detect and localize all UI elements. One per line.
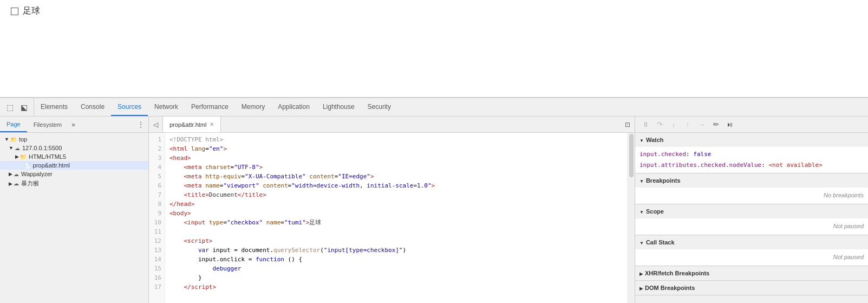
code-line: debugger — [169, 264, 623, 273]
file-panel-tab-page[interactable]: Page — [0, 117, 27, 132]
code-line: <title>Document</title> — [169, 190, 623, 199]
watch-key-checked: input.checked — [639, 151, 686, 158]
editor-actions[interactable]: ⊡ — [621, 117, 635, 132]
scope-section: Scope Not paused — [635, 204, 868, 235]
debug-panel: ⏸ ↷ ↓ ↑ → ✏ ⏯ Watch input.checked: false — [635, 117, 868, 303]
tree-item-monkey[interactable]: ▶ ☁ 暴力猴 — [0, 178, 148, 189]
breakpoints-chevron-icon — [639, 177, 644, 184]
tree-item-top[interactable]: ▼ 📁 top — [0, 135, 148, 144]
code-line: } — [169, 273, 623, 282]
editor-panel: ◁ prop&attr.html ✕ ⊡ 1234567891011121314… — [149, 117, 635, 303]
line-number: 15 — [149, 264, 161, 273]
line-number: 2 — [149, 144, 161, 153]
tab-network[interactable]: Network — [148, 98, 185, 116]
line-number: 8 — [149, 199, 161, 209]
call-stack-content: Not paused — [635, 249, 868, 266]
file-panel-menu-icon[interactable]: ⋮ — [133, 117, 148, 132]
line-number: 13 — [149, 246, 161, 255]
tab-performance[interactable]: Performance — [185, 98, 235, 116]
step-over-btn[interactable]: ↷ — [654, 119, 665, 131]
code-line: </head> — [169, 199, 623, 209]
line-number: 7 — [149, 190, 161, 199]
call-stack-status: Not paused — [639, 252, 864, 262]
tree-arrow-wappalyzer: ▶ — [9, 171, 12, 177]
line-number: 3 — [149, 153, 161, 163]
line-number: 9 — [149, 209, 161, 218]
scope-title: Scope — [646, 208, 664, 215]
editor-scrollbar[interactable] — [627, 133, 635, 303]
code-line: input.onclick = function () { — [169, 255, 623, 264]
line-number: 6 — [149, 181, 161, 190]
code-line: <body> — [169, 209, 623, 218]
toolbar-icons: ⬚ ⬕ — [0, 98, 34, 116]
inspect-icon[interactable]: ⬚ — [4, 102, 15, 113]
code-line: <script> — [169, 236, 623, 246]
line-number: 17 — [149, 282, 161, 292]
tab-security[interactable]: Security — [361, 98, 397, 116]
viewport-content: 足球 — [11, 5, 40, 17]
tree-label-html5: HTML/HTML5 — [29, 153, 66, 160]
watch-section-header[interactable]: Watch — [635, 133, 868, 147]
editor-tab-nav-left[interactable]: ◁ — [149, 117, 163, 132]
call-stack-section-header[interactable]: Call Stack — [635, 235, 868, 249]
pause-on-exception-btn[interactable]: ⏯ — [724, 119, 736, 131]
line-number: 10 — [149, 218, 161, 227]
watch-value-nodevalue: <not available> — [768, 162, 822, 169]
scrollbar-thumb[interactable] — [629, 134, 634, 177]
tree-arrow-server: ▼ — [9, 145, 14, 151]
tree-arrow-monkey: ▶ — [9, 181, 12, 186]
tree-label-propattr: prop&attr.html — [33, 162, 70, 169]
line-number: 4 — [149, 163, 161, 172]
editor-tab-label: prop&attr.html — [169, 121, 206, 128]
editor-tab-propattr[interactable]: prop&attr.html ✕ — [163, 117, 221, 132]
editor-tab-close-icon[interactable]: ✕ — [210, 121, 214, 127]
code-line: <meta http-equiv="X-UA-Compatible" conte… — [169, 172, 623, 181]
tab-application[interactable]: Application — [271, 98, 316, 116]
file-panel-tab-filesystem[interactable]: Filesystem — [27, 117, 69, 132]
tree-item-wappalyzer[interactable]: ▶ ☁ Wappalyzer — [0, 170, 148, 178]
breakpoints-content: No breakpoints — [635, 188, 868, 204]
scope-status: Not paused — [639, 221, 864, 231]
dom-chevron-icon — [639, 285, 643, 291]
demo-checkbox — [11, 8, 18, 15]
dom-breakpoints-title: DOM Breakpoints — [645, 285, 695, 291]
debug-toolbar: ⏸ ↷ ↓ ↑ → ✏ ⏯ — [635, 117, 868, 133]
pause-btn[interactable]: ⏸ — [639, 119, 651, 131]
checkbox-label: 足球 — [23, 5, 40, 17]
line-number: 16 — [149, 273, 161, 282]
step-btn[interactable]: → — [696, 119, 708, 131]
folder-icon-html5: 📁 — [20, 154, 27, 160]
cloud-icon-server: ☁ — [15, 145, 20, 151]
tab-sources[interactable]: Sources — [111, 98, 148, 116]
file-panel-more-icon[interactable]: » — [68, 117, 79, 132]
code-line: <meta name="viewport" content="width=dev… — [169, 181, 623, 190]
xhr-breakpoints-header[interactable]: XHR/fetch Breakpoints — [635, 266, 868, 280]
dom-breakpoints-header[interactable]: DOM Breakpoints — [635, 281, 868, 295]
tab-console[interactable]: Console — [74, 98, 111, 116]
file-tree: ▼ 📁 top ▼ ☁ 127.0.0.1:5500 ▶ 📁 HTML/HTML… — [0, 133, 148, 303]
step-out-btn[interactable]: ↑ — [682, 119, 694, 131]
tab-lighthouse[interactable]: Lighthouse — [316, 98, 361, 116]
code-content[interactable]: <!DOCTYPE html><html lang="en"><head> <m… — [165, 133, 627, 303]
step-into-btn[interactable]: ↓ — [668, 119, 680, 131]
scope-section-header[interactable]: Scope — [635, 204, 868, 218]
tab-memory[interactable]: Memory — [235, 98, 271, 116]
watch-item-checked: input.checked: false — [639, 149, 864, 160]
code-line: </script> — [169, 282, 623, 292]
tree-arrow-propattr — [22, 163, 23, 168]
browser-viewport: 足球 — [0, 0, 868, 98]
tree-arrow-top: ▼ — [4, 137, 9, 142]
device-icon[interactable]: ⬕ — [18, 102, 29, 113]
breakpoints-section-header[interactable]: Breakpoints — [635, 173, 868, 188]
tree-item-propattr[interactable]: 📄 prop&attr.html — [0, 161, 148, 170]
tab-elements[interactable]: Elements — [34, 98, 74, 116]
code-line — [169, 227, 623, 236]
watch-chevron-icon — [639, 137, 644, 143]
tree-item-server[interactable]: ▼ ☁ 127.0.0.1:5500 — [0, 144, 148, 152]
file-panel: Page Filesystem » ⋮ ▼ 📁 top ▼ ☁ 127.0.0.… — [0, 117, 149, 303]
call-stack-chevron-icon — [639, 239, 644, 246]
cloud-icon-wappalyzer: ☁ — [14, 171, 19, 177]
tree-item-html5[interactable]: ▶ 📁 HTML/HTML5 — [0, 152, 148, 161]
code-line: var input = document.querySelector("inpu… — [169, 246, 623, 255]
deactivate-breakpoints-btn[interactable]: ✏ — [710, 119, 722, 131]
